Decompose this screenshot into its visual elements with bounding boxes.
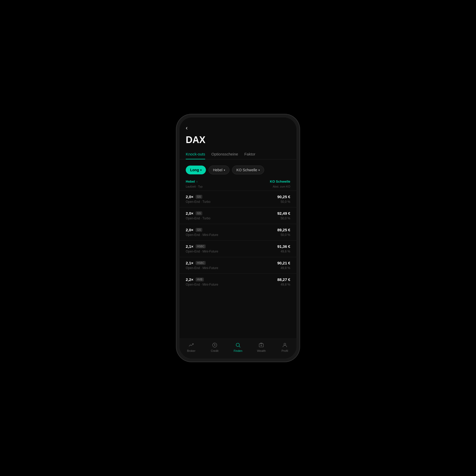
issuer-badge: HVB [196,278,204,281]
item-type: Open-End · Mini-Future [186,266,218,270]
col-sub-right: Abst. zum KO [273,185,290,188]
table-row[interactable]: 2,1× HSBC 91,36 € Open-End · Mini-Future… [180,240,296,257]
issuer-badge: GS [196,228,202,232]
filter-ko-label: KO Schwelle [236,168,257,172]
ko-schwelle-value: 89,25 € [277,228,290,232]
table-row[interactable]: 2,0× GS 90,25 € Open-End · Turbo 50,0 % [180,191,296,207]
issuer-badge: HSBC [196,261,206,265]
item-type: Open-End · Mini-Future [186,233,218,237]
nav-item-credit[interactable]: Credit [203,341,226,353]
svg-point-9 [284,343,286,345]
wealth-icon [258,342,264,348]
col-hebel-header: Hebel ↑ [186,180,198,183]
tab-optionsscheine[interactable]: Optionsscheine [211,152,238,159]
issuer-badge: HSBC [196,244,206,248]
filter-ko-schwelle[interactable]: KO Schwelle ▾ [232,166,264,174]
nav-item-broker[interactable]: Broker [180,341,203,353]
issuer-badge: GS [196,195,202,199]
screen-content: ‹ DAX Knock-outs Optionsscheine Faktor L… [180,117,296,359]
filter-hebel-label: Hebel [213,168,222,172]
item-type: Open-End · Turbo [186,200,210,204]
chevron-down-icon: ▾ [200,169,202,172]
nav-credit-label: Credit [211,349,218,352]
svg-rect-7 [259,344,264,347]
hebel-value: 2,0× [186,211,194,215]
bottom-nav: Broker Credit [180,339,296,359]
col-hebel-label: Hebel [186,180,195,183]
table-row[interactable]: 2,0× GS 89,25 € Open-End · Mini-Future 5… [180,224,296,240]
abst-value: 49,6 % [281,250,290,253]
nav-item-finden[interactable]: Finden [226,341,250,353]
filter-long-label: Long [190,168,199,172]
filter-hebel[interactable]: Hebel ▾ [209,166,229,174]
ko-schwelle-value: 90,21 € [277,261,290,265]
issuer-badge: GS [196,211,202,215]
nav-profil-label: Profil [281,349,288,352]
hebel-value: 2,2× [186,277,194,282]
abst-value: 50,0 % [281,217,290,220]
item-type: Open-End · Turbo [186,217,210,220]
hebel-value: 2,1× [186,261,194,265]
abst-value: 49,8 % [281,266,290,270]
item-type: Open-End · Mini-Future [186,250,218,253]
filter-long[interactable]: Long ▾ [186,166,206,174]
table-row[interactable]: 2,0× GS 92,49 € Open-End · Turbo 50,0 % [180,207,296,224]
broker-icon [188,342,194,348]
filter-bar: Long ▾ Hebel ▾ KO Schwelle ▾ [180,163,296,176]
chevron-down-icon: ▾ [258,169,260,172]
item-type: Open-End · Mini-Future [186,283,218,286]
phone-frame: ‹ DAX Knock-outs Optionsscheine Faktor L… [176,114,300,362]
svg-point-4 [214,345,215,346]
tab-bar: Knock-outs Optionsscheine Faktor [180,152,296,159]
nav-item-wealth[interactable]: Wealth [250,341,273,353]
nav-item-profil[interactable]: Profil [273,341,296,353]
profil-icon [282,342,288,348]
col-sub-left: Laufzeit · Typ [186,185,203,188]
ko-schwelle-value: 90,25 € [277,195,290,199]
page-title: DAX [186,135,290,145]
abst-value: 49,8 % [281,283,290,286]
tab-knockouts[interactable]: Knock-outs [186,152,205,159]
hebel-value: 2,0× [186,195,194,199]
col-ko-header: KO Schwelle [270,180,290,183]
abst-value: 50,0 % [281,233,290,237]
finden-icon [235,342,241,348]
svg-point-5 [236,343,240,347]
table-subheader: Laufzeit · Typ Abst. zum KO [180,185,296,191]
chevron-down-icon: ▾ [224,169,225,172]
ko-schwelle-value: 92,49 € [277,211,290,215]
hebel-value: 2,1× [186,244,194,249]
items-list: 2,0× GS 90,25 € Open-End · Turbo 50,0 % … [180,191,296,339]
table-row[interactable]: 2,2× HVB 88,27 € Open-End · Mini-Future … [180,273,296,290]
table-header: Hebel ↑ KO Schwelle [180,176,296,185]
svg-line-6 [239,346,240,347]
sort-asc-icon: ↑ [196,180,198,183]
abst-value: 50,0 % [281,200,290,204]
hebel-value: 2,0× [186,228,194,232]
nav-wealth-label: Wealth [257,349,266,352]
nav-broker-label: Broker [187,349,195,352]
credit-icon [212,342,218,348]
phone-screen: ‹ DAX Knock-outs Optionsscheine Faktor L… [180,117,296,359]
header: ‹ DAX [180,122,296,152]
ko-schwelle-value: 91,36 € [277,244,290,249]
svg-point-8 [261,345,262,346]
ko-schwelle-value: 88,27 € [277,277,290,282]
back-button[interactable]: ‹ [186,125,188,131]
table-row[interactable]: 2,1× HSBC 90,21 € Open-End · Mini-Future… [180,257,296,273]
tab-faktor[interactable]: Faktor [244,152,255,159]
nav-finden-label: Finden [234,349,242,352]
